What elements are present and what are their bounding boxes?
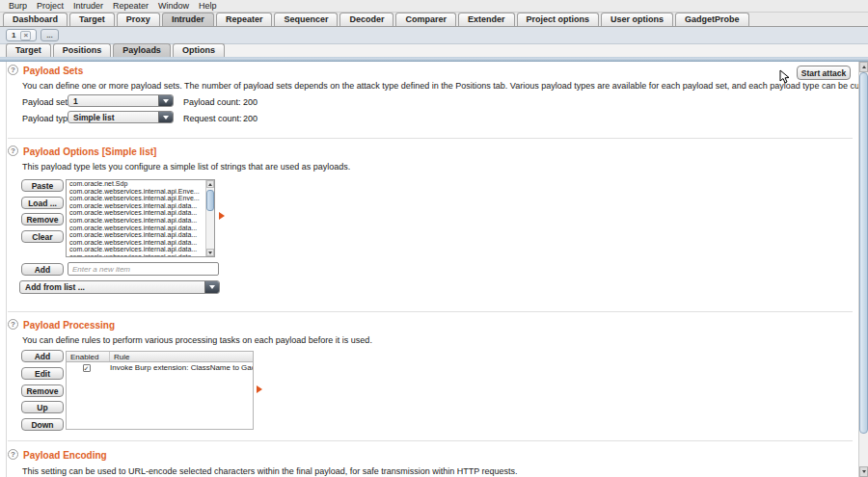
table-header: Enabled Rule <box>67 352 253 362</box>
section-divider <box>8 311 853 312</box>
tab-proxy[interactable]: Proxy <box>117 13 160 26</box>
scroll-down-icon[interactable] <box>859 466 868 477</box>
help-icon[interactable]: ? <box>8 65 18 75</box>
processing-rules-table[interactable]: Enabled Rule ✓ Invoke Burp extension: Cl… <box>66 351 254 430</box>
processing-up-button[interactable]: Up <box>21 401 64 413</box>
payload-count-value: 200 <box>243 97 258 107</box>
payload-count-label: Payload count: <box>183 97 241 107</box>
chevron-down-icon <box>204 281 219 293</box>
list-scrollbar[interactable] <box>205 180 214 256</box>
tab-target[interactable]: Target <box>69 13 115 26</box>
request-count-value: 200 <box>243 114 258 123</box>
processing-down-button[interactable]: Down <box>21 418 64 431</box>
help-icon[interactable]: ? <box>8 319 18 330</box>
tab-decoder[interactable]: Decoder <box>339 13 393 26</box>
chevron-down-icon <box>158 95 173 106</box>
list-item[interactable]: com.oracle.webservices.internal.api.data… <box>67 217 205 225</box>
request-count-label: Request count: <box>183 114 242 123</box>
start-attack-button[interactable]: Start attack <box>797 66 851 80</box>
attack-tab-1[interactable]: 1 × <box>6 29 37 41</box>
load-button[interactable]: Load ... <box>21 197 64 209</box>
add-button[interactable]: Add <box>21 263 64 276</box>
menu-project[interactable]: Project <box>32 1 68 11</box>
section-divider <box>8 440 853 441</box>
clear-button[interactable]: Clear <box>21 230 64 243</box>
tab-intruder-options[interactable]: Options <box>173 43 225 57</box>
close-icon[interactable]: × <box>20 31 31 40</box>
list-item[interactable]: com.oracle.webservices.internal.api.data… <box>67 202 205 210</box>
list-item[interactable]: com.oracle.webservices.internal.api.data… <box>67 239 205 247</box>
new-item-input[interactable] <box>68 262 219 276</box>
tab-intruder-payloads[interactable]: Payloads <box>113 43 171 57</box>
list-item[interactable]: com.oracle.net.Sdp <box>67 180 205 188</box>
intruder-tab-bar: Target Positions Payloads Options <box>0 44 868 57</box>
payload-type-value: Simple list <box>68 113 158 122</box>
enabled-cell: ✓ <box>67 364 106 372</box>
tab-extender[interactable]: Extender <box>458 13 515 26</box>
list-item[interactable]: com.oracle.webservices.internal.api.data… <box>67 231 205 239</box>
help-icon[interactable]: ? <box>8 449 18 460</box>
list-item[interactable]: com.oracle.webservices.internal.api.data… <box>67 209 205 217</box>
processing-remove-button[interactable]: Remove <box>21 384 64 397</box>
attack-tab-more[interactable]: ... <box>41 29 59 41</box>
list-item[interactable]: com.oracle.webservices.internal.api.data… <box>67 253 205 256</box>
section-divider <box>8 138 853 139</box>
tab-intruder-positions[interactable]: Positions <box>53 43 112 57</box>
tab-project-options[interactable]: Project options <box>517 13 600 26</box>
menu-burp[interactable]: Burp <box>4 1 32 11</box>
payload-set-value: 1 <box>68 96 158 106</box>
tab-intruder[interactable]: Intruder <box>162 13 214 26</box>
add-from-list-value: Add from list ... <box>20 282 204 292</box>
payload-options-title: Payload Options [Simple list] <box>23 146 156 157</box>
main-tab-bar: Dashboard Target Proxy Intruder Repeater… <box>0 13 868 27</box>
scroll-down-icon[interactable] <box>206 249 214 256</box>
menu-help[interactable]: Help <box>194 1 222 11</box>
checkbox-checked-icon[interactable]: ✓ <box>83 364 91 372</box>
chevron-down-icon <box>158 112 173 122</box>
main-scrollbar-thumb[interactable] <box>859 72 868 434</box>
tab-gadgetprobe[interactable]: GadgetProbe <box>675 13 749 26</box>
tab-sequencer[interactable]: Sequencer <box>274 13 338 26</box>
list-item[interactable]: com.oracle.webservices.internal.api.Enve… <box>67 195 205 202</box>
add-from-list-dropdown[interactable]: Add from list ... <box>19 280 220 294</box>
main-scrollbar[interactable] <box>858 62 868 477</box>
resize-arrow-icon[interactable] <box>219 212 225 220</box>
attack-tab-1-label: 1 <box>12 31 15 40</box>
menu-bar: Burp Project Intruder Repeater Window He… <box>0 0 868 13</box>
payload-options-description: This payload type lets you configure a s… <box>22 162 350 172</box>
column-rule[interactable]: Rule <box>110 352 133 361</box>
scroll-up-icon[interactable] <box>859 62 868 72</box>
processing-edit-button[interactable]: Edit <box>21 367 64 380</box>
payload-processing-title: Payload Processing <box>23 320 115 331</box>
payload-list[interactable]: com.oracle.net.Sdp com.oracle.webservice… <box>66 179 215 257</box>
tab-comparer[interactable]: Comparer <box>395 13 456 26</box>
list-item[interactable]: com.oracle.webservices.internal.api.data… <box>67 246 205 253</box>
list-item[interactable]: com.oracle.webservices.internal.api.Enve… <box>67 188 205 196</box>
rule-cell: Invoke Burp extension: ClassName to Gadg… <box>106 363 253 372</box>
column-enabled[interactable]: Enabled <box>67 352 110 361</box>
help-icon[interactable]: ? <box>8 146 18 156</box>
processing-add-button[interactable]: Add <box>21 350 64 362</box>
tab-dashboard[interactable]: Dashboard <box>3 13 68 26</box>
resize-arrow-icon[interactable] <box>257 385 262 393</box>
list-scrollbar-thumb[interactable] <box>206 190 214 211</box>
tab-user-options[interactable]: User options <box>601 13 673 26</box>
list-item[interactable]: com.oracle.webservices.internal.api.data… <box>67 225 205 232</box>
remove-button[interactable]: Remove <box>21 213 64 225</box>
mouse-cursor <box>779 69 790 84</box>
tab-repeater[interactable]: Repeater <box>216 13 273 26</box>
payload-set-dropdown[interactable]: 1 <box>68 94 174 107</box>
table-row[interactable]: ✓ Invoke Burp extension: ClassName to Ga… <box>67 362 253 373</box>
menu-intruder[interactable]: Intruder <box>68 1 108 11</box>
menu-repeater[interactable]: Repeater <box>108 1 153 11</box>
payload-processing-description: You can define rules to perform various … <box>22 335 372 345</box>
menu-window[interactable]: Window <box>153 1 194 11</box>
payload-sets-title: Payload Sets <box>23 66 83 76</box>
scroll-up-icon[interactable] <box>206 180 214 188</box>
attack-tab-bar: 1 × ... <box>0 27 868 44</box>
payload-encoding-description: This setting can be used to URL-encode s… <box>22 466 518 476</box>
paste-button[interactable]: Paste <box>21 179 64 192</box>
payload-type-dropdown[interactable]: Simple list <box>68 111 174 123</box>
tab-intruder-target[interactable]: Target <box>6 43 51 57</box>
burp-suite-window: Burp Project Intruder Repeater Window He… <box>0 0 868 477</box>
